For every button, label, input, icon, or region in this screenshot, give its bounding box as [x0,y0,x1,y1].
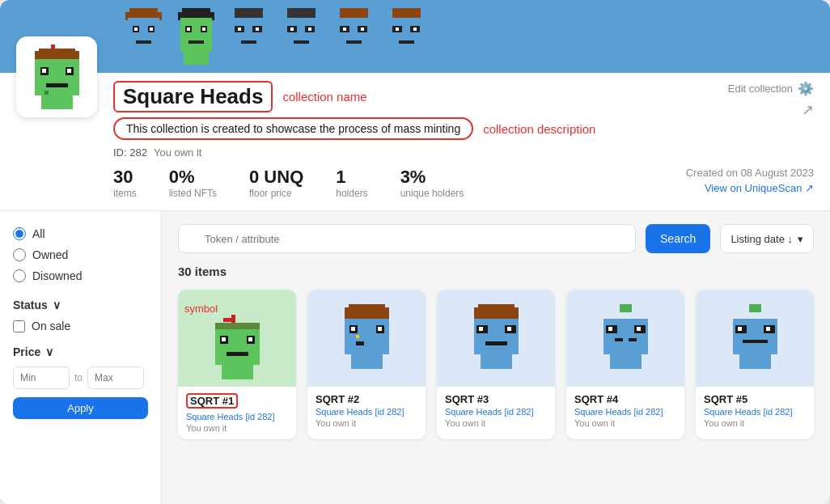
stat-holders-value: 1 [336,167,367,188]
nft-card-3[interactable]: SQRT #3 Square Heads [id 282] You own it [437,290,555,439]
banner-char-1 [121,8,166,65]
svg-rect-45 [396,28,399,31]
nft-name-5: SQRT #5 [704,393,806,405]
nft-collection-2: Square Heads [id 282] [315,407,417,417]
svg-rect-4 [134,28,138,31]
svg-rect-92 [603,319,648,354]
filter-owned[interactable]: Owned [13,248,148,261]
svg-rect-100 [749,304,761,312]
price-min-input[interactable] [13,366,70,389]
svg-rect-6 [150,28,153,31]
svg-rect-41 [341,52,366,65]
share-icon: ↗ [802,102,814,118]
settings-icon[interactable]: ⚙️ [798,81,814,96]
svg-rect-21 [238,28,241,31]
unique-scan-link[interactable]: View on UniqueScan ↗ [705,182,814,194]
nft-owner-2: You own it [315,418,417,428]
filter-disowned[interactable]: Disowned [13,269,148,282]
stat-listed-label: listed NFTs [169,188,217,199]
svg-rect-18 [235,8,263,18]
search-button[interactable]: Search [646,224,710,253]
stat-holders: 1 holders [336,167,367,199]
svg-rect-43 [391,18,422,52]
status-filter-title[interactable]: Status ∨ [13,299,148,311]
share-button[interactable]: ↗ [802,101,814,119]
banner-char-4 [279,8,324,65]
svg-rect-35 [338,18,370,52]
nft-image-3 [437,290,555,387]
svg-rect-84 [474,319,519,354]
apply-button[interactable]: Apply [13,397,148,419]
collection-desc-row: This collection is created to showcase t… [113,117,595,140]
collection-name: Square Heads [113,81,273,112]
nft-card-4[interactable]: SQRT #4 Square Heads [id 282] You own it [566,290,684,439]
nft-char-2-svg [337,304,397,373]
nft-card-1[interactable]: symbol [178,290,296,439]
svg-rect-96 [637,327,641,331]
filter-disowned-label: Disowned [32,269,82,282]
svg-rect-69 [248,337,252,341]
svg-rect-105 [766,327,770,331]
stat-listed: 0% listed NFTs [169,167,217,199]
banner [0,0,830,73]
svg-rect-47 [413,28,417,31]
svg-rect-107 [739,354,771,369]
svg-rect-42 [392,8,421,18]
filter-owned-label: Owned [32,248,68,261]
nft-char-3-svg [466,304,527,373]
main-wrapper: Square Heads collection name This collec… [0,0,830,504]
price-filter-title[interactable]: Price ∨ [13,345,148,358]
svg-rect-98 [629,338,637,341]
nft-info-2: SQRT #2 Square Heads [id 282] You own it [307,387,426,434]
svg-rect-24 [241,40,256,44]
nft-info-1: SQRT #1 Square Heads [id 282] You own it [178,387,296,439]
svg-rect-99 [610,354,642,369]
collection-id: ID: 282 [113,146,147,159]
svg-rect-83 [478,304,515,312]
edit-label: Edit collection [728,83,793,95]
banner-char-5 [332,8,376,65]
collection-avatar [16,36,97,117]
svg-rect-73 [349,304,385,312]
nft-image-5 [696,290,814,387]
stat-unique-value: 3% [400,167,464,188]
filter-owned-radio[interactable] [13,248,26,261]
banner-char-2 [174,8,218,65]
sort-dropdown[interactable]: Listing date ↓ ▾ [720,224,814,253]
svg-rect-106 [743,340,768,343]
stat-unique-label: unique holders [400,188,464,199]
content-area: All Owned Disowned Status ∨ On [0,211,830,504]
nft-char-4-svg [595,304,656,373]
svg-rect-88 [507,327,511,331]
svg-rect-65 [215,329,260,365]
stat-unique: 3% unique holders [400,167,464,199]
nft-info-4: SQRT #4 Square Heads [id 282] You own it [566,387,684,434]
banner-char-6 [384,8,429,65]
nft-name-1: SQRT #1 [186,393,288,410]
svg-rect-80 [351,354,383,369]
nft-name-highlighted-1: SQRT #1 [186,393,238,409]
svg-rect-60 [44,91,49,95]
filter-all[interactable]: All [13,227,148,240]
nft-owner-1: You own it [186,423,288,433]
on-sale-checkbox[interactable] [13,320,25,332]
symbol-label: symbol [184,303,218,315]
svg-rect-101 [733,319,777,354]
filter-all-radio[interactable] [13,227,26,240]
stat-holders-label: holders [336,188,367,199]
search-input[interactable] [178,224,636,253]
banner-background [0,0,830,73]
collection-header-row: Square Heads collection name This collec… [113,81,814,159]
chevron-down-icon-price: ∨ [45,345,53,358]
nft-card-2[interactable]: SQRT #2 Square Heads [id 282] You own it [307,290,426,439]
nft-info-5: SQRT #5 Square Heads [id 282] You own it [696,387,814,434]
edit-collection-button[interactable]: Edit collection ⚙️ [728,81,814,96]
nft-card-5[interactable]: SQRT #5 Square Heads [id 282] You own it [696,290,814,439]
nft-collection-5: Square Heads [id 282] [704,407,806,417]
filter-disowned-radio[interactable] [13,269,26,282]
svg-rect-17 [184,52,209,65]
svg-rect-49 [394,52,419,65]
on-sale-filter[interactable]: On sale [13,320,148,332]
price-max-input[interactable] [87,366,144,389]
svg-rect-19 [233,18,265,52]
